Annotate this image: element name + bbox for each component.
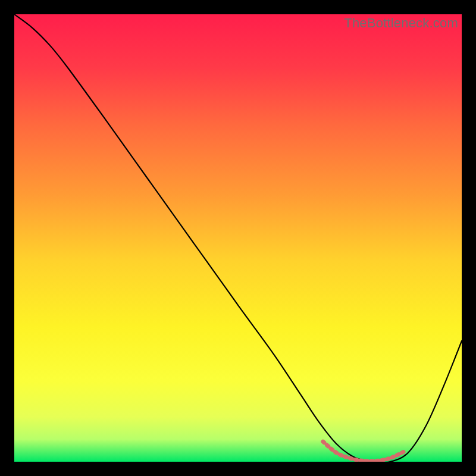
bottleneck-chart: [14, 14, 462, 462]
chart-frame: TheBottleneck.com: [14, 14, 462, 462]
gradient-background: [14, 14, 462, 462]
